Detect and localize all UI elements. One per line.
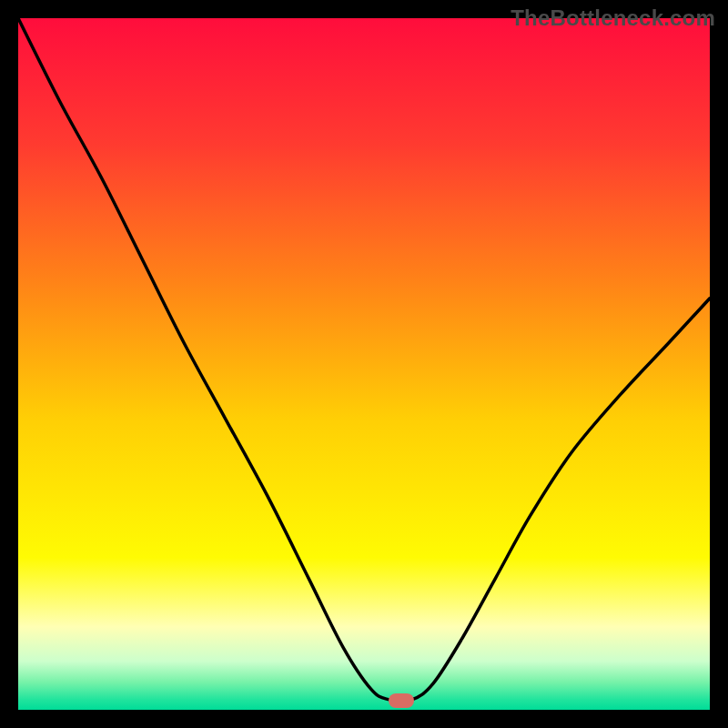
bottleneck-curve <box>18 18 710 710</box>
chart-container: TheBottleneck.com <box>0 0 728 728</box>
plot-area <box>18 18 710 710</box>
watermark-text: TheBottleneck.com <box>511 5 715 31</box>
optimal-marker <box>389 693 414 708</box>
